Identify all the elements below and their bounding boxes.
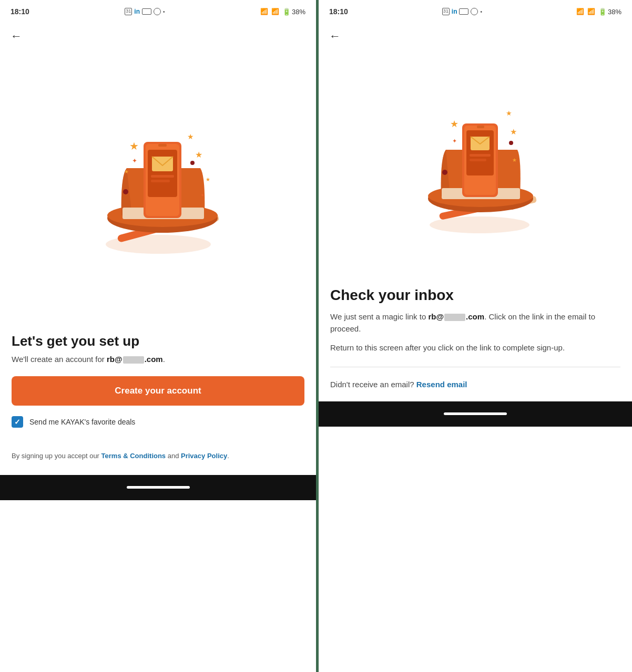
- magic-hat-illustration-left: ★ ★ ★ ★ ★ ✦ ✦: [85, 105, 232, 263]
- svg-text:★: ★: [512, 157, 517, 163]
- status-bar-right: 18:10 31 in • 📶 📶 🔋38%: [319, 0, 632, 21]
- email-display: rb@.com: [107, 355, 163, 364]
- deals-label: Send me KAYAK's favorite deals: [29, 418, 135, 426]
- svg-text:★: ★: [450, 119, 458, 129]
- home-indicator-left: [127, 486, 190, 489]
- svg-text:✦: ✦: [200, 192, 205, 198]
- left-panel: 18:10 31 in • 📶 📶 🔋38% ←: [0, 0, 316, 672]
- svg-text:★: ★: [195, 150, 202, 159]
- terms-conditions-link[interactable]: Terms & Conditions: [101, 452, 166, 460]
- right-panel: 18:10 31 in • 📶 📶 🔋38% ←: [316, 0, 632, 672]
- deals-checkbox-row: Send me KAYAK's favorite deals: [12, 416, 304, 428]
- terms-text: By signing up you accept our Terms & Con…: [12, 451, 304, 467]
- status-right-left: 📶 📶 🔋38%: [260, 8, 305, 16]
- svg-text:✦: ✦: [132, 157, 137, 164]
- inbox-desc2: Return to this screen after you click on…: [330, 342, 620, 354]
- home-indicator-right: [444, 412, 507, 415]
- resend-row: Didn't receive an email? Resend email: [330, 380, 620, 389]
- time-right: 18:10: [329, 7, 348, 16]
- svg-rect-33: [470, 159, 486, 161]
- svg-text:★: ★: [124, 169, 129, 174]
- status-time-left: 18:10: [11, 7, 29, 16]
- create-account-button[interactable]: Create your account: [12, 376, 304, 406]
- svg-rect-10: [151, 175, 174, 178]
- svg-point-18: [123, 189, 128, 194]
- illustration-left: ★ ★ ★ ★ ★ ✦ ✦: [0, 47, 316, 321]
- left-content: Let's get you set up We'll create an acc…: [0, 321, 316, 451]
- inbox-desc1: We just sent a magic link to rb@.com. Cl…: [330, 311, 620, 335]
- status-bar-left: 18:10 31 in • 📶 📶 🔋38%: [0, 0, 316, 21]
- back-button-left[interactable]: ←: [0, 21, 316, 47]
- terms-section: By signing up you accept our Terms & Con…: [0, 451, 316, 475]
- battery-right: 🔋38%: [598, 8, 621, 16]
- redacted-email: [123, 356, 144, 364]
- back-button-right[interactable]: ←: [319, 21, 632, 47]
- svg-rect-32: [470, 154, 491, 157]
- svg-point-19: [190, 161, 195, 165]
- time-left: 18:10: [11, 7, 29, 16]
- svg-point-40: [509, 141, 513, 145]
- svg-text:★: ★: [187, 132, 194, 141]
- bottom-bar-left: [0, 475, 316, 500]
- setup-desc: We'll create an account for rb@.com.: [12, 355, 304, 364]
- calendar-icon-r: 31: [442, 8, 450, 15]
- dot-icon: •: [163, 9, 165, 15]
- record-icon-r: [471, 8, 478, 15]
- redacted-email-right: [444, 314, 465, 321]
- privacy-policy-link[interactable]: Privacy Policy: [181, 452, 227, 460]
- bottom-bar-right: [319, 401, 632, 427]
- card-icon: [142, 8, 151, 15]
- wifi-icon-right: 📶: [576, 8, 584, 15]
- signal-icon-left: 📶: [271, 8, 279, 15]
- right-content: Check your inbox We just sent a magic li…: [319, 278, 632, 401]
- wifi-icon-left: 📶: [260, 8, 268, 15]
- linkedin-icon: in: [134, 8, 140, 15]
- svg-text:✦: ✦: [452, 138, 457, 144]
- svg-rect-12: [158, 144, 167, 147]
- dot-icon-r: •: [480, 9, 482, 15]
- setup-title: Let's get you set up: [12, 333, 304, 349]
- svg-text:★: ★: [129, 140, 139, 152]
- illustration-right: ★ ★ ★ ★ ✦: [319, 47, 632, 278]
- svg-rect-34: [477, 126, 484, 128]
- deals-checkbox[interactable]: [12, 416, 23, 428]
- status-icons-left: 31 in •: [125, 8, 165, 15]
- inbox-title: Check your inbox: [330, 287, 620, 304]
- resend-email-link[interactable]: Resend email: [416, 380, 467, 389]
- svg-rect-11: [151, 180, 170, 182]
- magic-hat-illustration-right: ★ ★ ★ ★ ✦: [402, 84, 549, 242]
- svg-text:★: ★: [510, 127, 517, 136]
- status-right-right: 📶 📶 🔋38%: [576, 8, 621, 16]
- status-icons-right: 31 in •: [442, 8, 482, 15]
- calendar-icon: 31: [125, 8, 132, 15]
- card-icon-r: [459, 8, 468, 15]
- email-display-right: rb@.com: [428, 312, 484, 321]
- divider: [330, 367, 620, 367]
- svg-text:★: ★: [206, 177, 210, 182]
- record-icon: [154, 8, 161, 15]
- status-time-right: 18:10: [329, 7, 348, 16]
- battery-left: 🔋38%: [282, 8, 305, 16]
- svg-point-39: [442, 170, 447, 175]
- linkedin-icon-r: in: [452, 8, 457, 15]
- svg-text:★: ★: [506, 109, 512, 117]
- signal-icon-right: 📶: [587, 8, 595, 15]
